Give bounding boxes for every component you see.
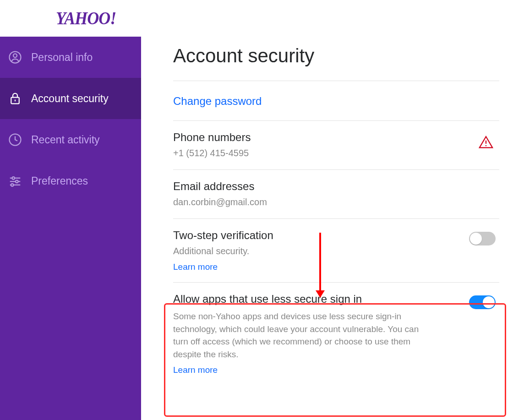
less-secure-learn-more-link[interactable]: Learn more xyxy=(173,365,218,375)
section-email-addresses[interactable]: Email addresses dan.corbin@gmail.com xyxy=(173,170,499,219)
svg-point-1 xyxy=(13,54,17,57)
svg-point-6 xyxy=(12,177,15,180)
clock-icon xyxy=(8,133,22,147)
sidebar: YAHOO! Personal info Account security Re… xyxy=(0,0,141,420)
email-value: dan.corbin@gmail.com xyxy=(173,196,499,208)
section-less-secure-apps: Allow apps that use less secure sign in … xyxy=(173,283,499,393)
sidebar-item-preferences[interactable]: Preferences xyxy=(0,160,141,202)
sidebar-item-account-security[interactable]: Account security xyxy=(0,78,141,119)
section-phone-numbers[interactable]: Phone numbers +1 (512) 415-4595 xyxy=(173,121,499,170)
sidebar-item-label: Preferences xyxy=(31,175,88,187)
svg-point-12 xyxy=(486,145,487,147)
twostep-toggle[interactable] xyxy=(469,232,496,245)
sidebar-item-personal-info[interactable]: Personal info xyxy=(0,37,141,78)
svg-point-8 xyxy=(16,180,18,183)
less-secure-desc: Some non-Yahoo apps and devices use less… xyxy=(173,310,430,360)
email-title: Email addresses xyxy=(173,180,499,193)
warning-icon xyxy=(478,135,494,152)
section-two-step-verification: Two-step verification Additional securit… xyxy=(173,219,499,283)
section-change-password: Change password xyxy=(173,81,499,121)
svg-point-10 xyxy=(11,184,14,186)
main-content: Account security Change password Phone n… xyxy=(141,0,513,420)
change-password-link[interactable]: Change password xyxy=(173,95,262,107)
person-icon xyxy=(8,50,22,64)
sidebar-item-label: Account security xyxy=(31,93,109,105)
less-secure-title: Allow apps that use less secure sign in xyxy=(173,293,499,305)
sidebar-item-label: Recent activity xyxy=(31,134,100,146)
phone-title: Phone numbers xyxy=(173,131,499,144)
lock-icon xyxy=(8,92,22,105)
sliders-icon xyxy=(8,174,22,188)
annotation-arrow xyxy=(319,233,321,297)
twostep-title: Two-step verification xyxy=(173,229,499,242)
page-title: Account security xyxy=(173,45,499,67)
twostep-sub: Additional security. xyxy=(173,245,499,257)
sidebar-item-label: Personal info xyxy=(31,51,93,64)
twostep-learn-more-link[interactable]: Learn more xyxy=(173,262,218,272)
sidebar-item-recent-activity[interactable]: Recent activity xyxy=(0,119,141,160)
phone-value: +1 (512) 415-4595 xyxy=(173,147,499,159)
logo: YAHOO! xyxy=(0,0,141,37)
less-secure-toggle[interactable] xyxy=(469,295,496,309)
